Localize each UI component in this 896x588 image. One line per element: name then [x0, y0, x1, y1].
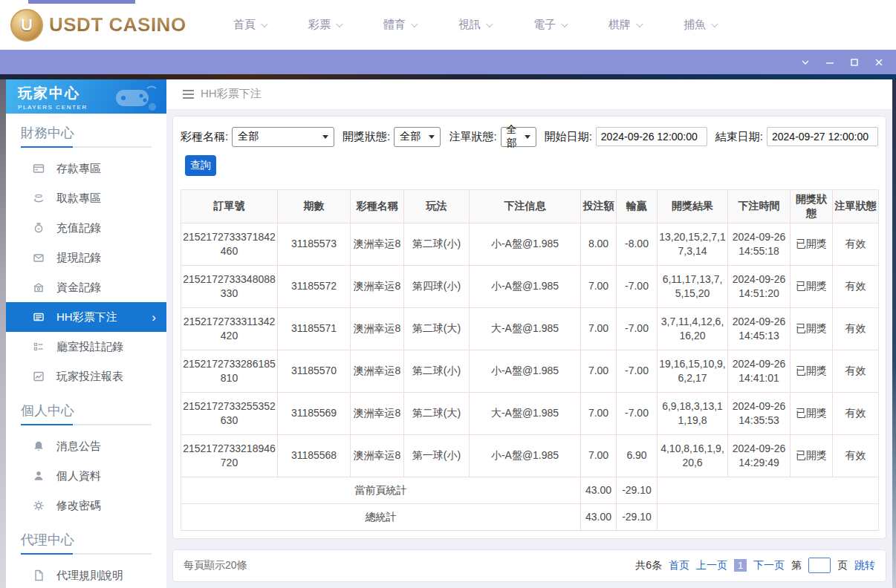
nav-item-5[interactable]: 電子	[533, 18, 566, 32]
table-cell: 7.00	[581, 307, 617, 350]
sidebar-item-label: 個人資料	[56, 469, 101, 483]
table-cell: 有效	[833, 223, 879, 265]
order-status-select[interactable]: 全部	[501, 127, 536, 147]
brand[interactable]: U USDT CASINO	[10, 9, 198, 42]
prev-page-link[interactable]: 上一页	[696, 559, 727, 572]
first-page-link[interactable]: 首页	[669, 559, 689, 572]
nav-item-label: 捕魚	[684, 18, 706, 32]
sidebar-item-label: 代理規則說明	[56, 569, 123, 583]
menu-icon[interactable]	[183, 90, 194, 99]
maximize-icon[interactable]	[848, 56, 861, 69]
sidebar-item-bell[interactable]: 消息公告	[6, 431, 166, 461]
sidebar-item-label: 存款專區	[56, 162, 101, 176]
sidebar-item-bet-report[interactable]: 玩家投注報表	[6, 362, 166, 391]
table-cell: -7.00	[617, 307, 658, 350]
table-cell: 2152172733348088330	[181, 265, 278, 307]
sidebar-item-label: 修改密碼	[56, 499, 101, 513]
column-header: 彩種名稱	[351, 189, 404, 223]
table-cell: 31185569	[278, 392, 351, 434]
lottery-name-select[interactable]: 全部	[232, 127, 334, 147]
table-cell: -7.00	[617, 392, 658, 434]
table-cell: 2024-09-26 14:55:18	[728, 223, 791, 265]
nav-item-7[interactable]: 捕魚	[684, 18, 716, 32]
summary-winloss-total: -29.10	[617, 503, 658, 530]
table-cell: 第二球(大)	[404, 392, 470, 434]
sidebar-item-label: 取款專區	[56, 192, 101, 206]
minimize-icon[interactable]	[823, 56, 837, 69]
table-row: 215217273328618581031185570澳洲幸运8第二球(小)小-…	[181, 350, 879, 392]
jump-suffix-text: 页	[837, 559, 848, 572]
sidebar-item-label: 廳室投註記錄	[56, 340, 123, 354]
draw-status-select[interactable]: 全部	[394, 127, 441, 147]
sidebar-item-label: 充值記錄	[56, 221, 101, 235]
table-cell: 澳洲幸运8	[351, 434, 404, 477]
sidebar-item-deposit[interactable]: 存款專區	[6, 154, 166, 183]
table-cell: 6.90	[617, 434, 658, 477]
table-cell: 8.00	[581, 223, 617, 265]
table-cell: 31185568	[278, 434, 351, 477]
sidebar-item-room-bets[interactable]: 廳室投註記錄	[6, 332, 166, 362]
table-cell: 19,16,15,10,9,6,2,17	[658, 350, 728, 392]
nav-item-6[interactable]: 棋牌	[608, 18, 641, 32]
search-button[interactable]: 查詢	[185, 155, 216, 176]
table-cell: 2152172733311342420	[181, 307, 278, 350]
brand-title: USDT CASINO	[49, 13, 186, 36]
table-cell: -8.00	[617, 223, 658, 265]
nav-item-1[interactable]: 首頁	[233, 18, 266, 32]
pagination-bar: 每頁顯示20條 共6条 首页 上一页 1 下一页 第 页 跳转	[172, 549, 886, 583]
table-cell: 2024-09-26 14:51:20	[728, 265, 791, 307]
section-underline	[21, 424, 152, 425]
summary-bet-total: 43.00	[581, 503, 617, 530]
summary-row: 總統計43.00-29.10	[181, 503, 879, 530]
table-cell: 已開獎	[791, 223, 833, 265]
deposit-icon	[33, 163, 45, 174]
sidebar-item-document[interactable]: 代理規則說明	[6, 561, 166, 588]
gamepad-icon	[110, 82, 159, 112]
end-date-input[interactable]	[767, 127, 878, 146]
sidebar-item-gear[interactable]: 修改密碼	[6, 491, 166, 520]
table-cell: 第二球(小)	[404, 223, 470, 265]
top-edge-accent	[28, 0, 135, 4]
sidebar-item-withdraw[interactable]: 取款專區	[6, 183, 166, 213]
sidebar-item-label: 玩家投注報表	[56, 370, 123, 384]
table-cell: 31185572	[278, 265, 351, 307]
sidebar-item-label: HH彩票下注	[56, 310, 117, 324]
sidebar-item-withdrawal-record[interactable]: 提現記錄	[6, 243, 166, 272]
funds-record-icon	[33, 281, 45, 293]
table-cell: 2024-09-26 14:29:49	[728, 434, 791, 477]
brand-logo-icon: U	[10, 9, 43, 42]
nav-item-label: 電子	[533, 18, 556, 32]
draw-status-label: 開獎狀態:	[343, 130, 390, 144]
table-cell: 7.00	[581, 392, 617, 434]
nav-item-3[interactable]: 體育	[383, 18, 416, 32]
jump-action-link[interactable]: 跳转	[854, 559, 875, 572]
table-cell: -7.00	[617, 265, 658, 307]
section-underline	[21, 553, 152, 555]
window-right-edge	[892, 79, 896, 588]
sidebar-item-label: 消息公告	[56, 440, 101, 454]
chevron-down-icon	[711, 20, 718, 27]
sidebar-item-recharge-record[interactable]: 充值記錄	[6, 213, 166, 243]
page-jump-input[interactable]	[808, 558, 831, 573]
column-header: 訂單號	[181, 189, 278, 223]
sidebar-item-lottery-bets[interactable]: HH彩票下注›	[6, 302, 166, 332]
summary-empty	[658, 503, 879, 530]
sidebar-item-label: 提現記錄	[56, 251, 101, 265]
current-page-badge[interactable]: 1	[734, 559, 747, 572]
start-date-input[interactable]	[596, 127, 707, 146]
sidebar-item-funds-record[interactable]: 資金記錄	[6, 272, 166, 302]
chevron-down-icon[interactable]	[799, 56, 812, 69]
close-icon[interactable]	[872, 56, 886, 69]
table-cell: 有效	[833, 434, 879, 477]
nav-item-2[interactable]: 彩票	[308, 18, 341, 32]
table-cell: 2152172733286185810	[181, 350, 278, 392]
filter-bar: 彩種名稱: 全部 開獎狀態: 全部 注單狀態: 全部 開始日期: 結束日期:	[181, 127, 878, 147]
chevron-down-icon	[636, 20, 643, 27]
sidebar-section-title-2: 個人中心	[6, 391, 166, 424]
section-underline	[21, 146, 152, 148]
chevron-down-icon	[411, 20, 418, 27]
nav-item-4[interactable]: 視訊	[458, 18, 491, 32]
next-page-link[interactable]: 下一页	[753, 559, 785, 572]
sidebar-item-user[interactable]: 個人資料	[6, 461, 166, 491]
table-cell: 4,10,8,16,1,9,20,6	[658, 434, 728, 477]
